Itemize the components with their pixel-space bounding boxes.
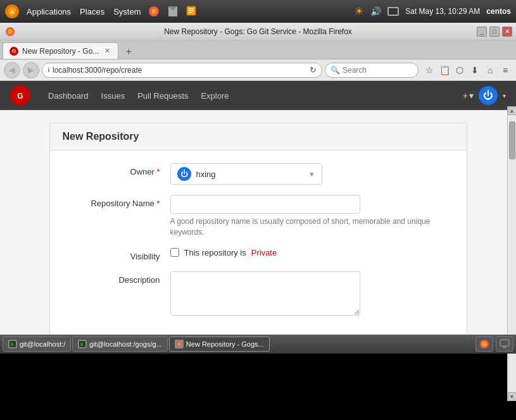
user-dropdown-arrow: ▾ — [503, 92, 506, 99]
bottom-taskbar: $ git@localhost:/ $ git@localhost:/gogs/… — [0, 335, 516, 354]
repo-name-label: Repository Name * — [69, 195, 170, 208]
owner-row: Owner * ⏻ hxing ▼ — [69, 163, 448, 185]
search-input[interactable] — [343, 66, 406, 75]
new-repo-form: New Repository Owner * ⏻ — [49, 123, 467, 341]
svg-rect-23 — [503, 347, 507, 348]
description-control — [170, 271, 448, 318]
svg-point-11 — [8, 29, 13, 34]
terminal1-icon: $ — [8, 340, 17, 349]
description-input[interactable] — [170, 271, 360, 316]
monitor-icon — [387, 7, 399, 16]
username-label: centos — [486, 7, 511, 16]
bottom-item-terminal2[interactable]: $ git@localhost:/gogs/g... — [72, 337, 168, 352]
visibility-label-text: Visibility — [130, 252, 160, 261]
private-checkbox[interactable] — [170, 248, 179, 257]
bottom-desktop-button[interactable] — [496, 337, 513, 352]
pocket-icon[interactable]: ⬡ — [453, 63, 467, 77]
bottom-item-browser[interactable]: New Repository - Gogs... — [169, 337, 270, 352]
svg-point-19 — [178, 343, 180, 345]
system-menu[interactable]: System — [113, 7, 141, 16]
bottom-item1-label: git@localhost:/ — [20, 340, 65, 348]
bookmark-icon — [167, 6, 179, 17]
repo-name-label-text: Repository Name — [91, 199, 154, 208]
bottom-firefox-icon[interactable] — [475, 337, 493, 352]
svg-text:$: $ — [11, 342, 13, 347]
visibility-control: This repository is Private — [170, 248, 448, 257]
svg-rect-22 — [500, 340, 509, 346]
menu-icon[interactable]: ≡ — [498, 63, 512, 77]
user-menu-button[interactable]: ⏻ — [479, 86, 498, 105]
browser-bottom-icon — [175, 340, 184, 349]
applications-menu[interactable]: Applications — [27, 7, 71, 16]
active-tab[interactable]: G New Repository - Go... ✕ — [3, 42, 118, 59]
url-text[interactable]: localhost:3000/repo/create — [53, 66, 310, 75]
repo-name-control: A good repository name is usually compos… — [170, 195, 448, 238]
visibility-row: Visibility This repository is Private — [69, 248, 448, 261]
reload-button[interactable]: ↻ — [310, 65, 317, 75]
tab-title: New Repository - Go... — [22, 47, 99, 56]
description-label-text: Description — [118, 275, 160, 285]
owner-label: Owner * — [69, 163, 170, 176]
browser-title: New Repository - Gogs: Go Git Service - … — [164, 27, 352, 36]
repo-name-required-star: * — [156, 199, 160, 208]
security-info-icon[interactable]: ℹ — [47, 66, 50, 73]
owner-select-arrow: ▼ — [309, 171, 315, 178]
close-button[interactable]: ✕ — [502, 27, 512, 37]
user-power-icon: ⏻ — [483, 90, 493, 101]
svg-text:G: G — [17, 92, 23, 101]
search-icon: 🔍 — [330, 66, 340, 75]
edit-icon — [186, 6, 198, 17]
gogs-navbar: G Dashboard Issues Pull Requests Explore… — [0, 81, 516, 110]
tab-close-button[interactable]: ✕ — [103, 47, 111, 56]
svg-text:A: A — [10, 9, 15, 15]
dashboard-link[interactable]: Dashboard — [48, 89, 89, 103]
create-dropdown-arrow: ▾ — [469, 90, 474, 101]
home-icon[interactable]: ⌂ — [483, 63, 497, 77]
new-tab-button[interactable]: + — [121, 45, 136, 59]
visibility-label: Visibility — [69, 248, 170, 261]
svg-point-21 — [482, 342, 487, 347]
download-icon[interactable]: ⬇ — [468, 63, 482, 77]
browser-scrollbar: ▲ ▼ — [507, 106, 516, 401]
owner-required-star: * — [156, 167, 160, 176]
back-button[interactable]: ◀ — [4, 62, 20, 78]
issues-link[interactable]: Issues — [101, 89, 125, 103]
scroll-up-button[interactable]: ▲ — [508, 106, 517, 115]
forward-button[interactable]: ▶ — [23, 62, 39, 78]
svg-text:$: $ — [80, 342, 83, 347]
volume-icon: 🔊 — [370, 6, 381, 16]
scroll-down-button[interactable]: ▼ — [508, 392, 517, 401]
places-menu[interactable]: Places — [80, 7, 104, 16]
datetime-label: Sat May 13, 10:29 AM — [405, 7, 480, 16]
firefox-icon — [148, 6, 160, 17]
minimize-button[interactable]: _ — [477, 27, 487, 37]
gogs-logo[interactable]: G — [10, 85, 30, 106]
pull-requests-link[interactable]: Pull Requests — [137, 89, 188, 103]
create-button[interactable]: + ▾ — [463, 90, 474, 101]
taskbar: A Applications Places System ☀ 🔊 Sat May… — [0, 0, 516, 23]
tab-favicon: G — [9, 47, 18, 56]
bottom-item3-label: New Repository - Gogs... — [186, 340, 264, 348]
firefox-title-icon — [5, 27, 15, 37]
title-bar: New Repository - Gogs: Go Git Service - … — [0, 23, 516, 40]
description-label: Description — [69, 271, 170, 285]
bookmark-star-icon[interactable]: ☆ — [422, 63, 436, 77]
repo-name-input[interactable] — [170, 195, 360, 214]
private-checkbox-label: This repository is — [184, 248, 246, 257]
scroll-thumb[interactable] — [509, 121, 515, 159]
private-text: Private — [251, 248, 277, 257]
maximize-button[interactable]: □ — [489, 27, 500, 37]
form-title-text: New Repository — [63, 131, 139, 142]
bookmark-list-icon[interactable]: 📋 — [437, 63, 451, 77]
sun-icon: ☀ — [354, 4, 364, 18]
page-content: New Repository Owner * ⏻ — [0, 110, 516, 354]
bottom-item-terminal1[interactable]: $ git@localhost:/ — [3, 337, 71, 352]
apps-icon: A — [5, 4, 19, 18]
address-bar: ◀ ▶ ℹ localhost:3000/repo/create ↻ 🔍 ☆ 📋… — [0, 59, 516, 81]
terminal2-icon: $ — [78, 340, 87, 349]
owner-select[interactable]: ⏻ hxing ▼ — [170, 163, 322, 185]
form-title: New Repository — [50, 123, 467, 151]
explore-link[interactable]: Explore — [201, 89, 229, 103]
owner-name-text: hxing — [196, 170, 216, 179]
plus-icon: + — [463, 90, 468, 101]
